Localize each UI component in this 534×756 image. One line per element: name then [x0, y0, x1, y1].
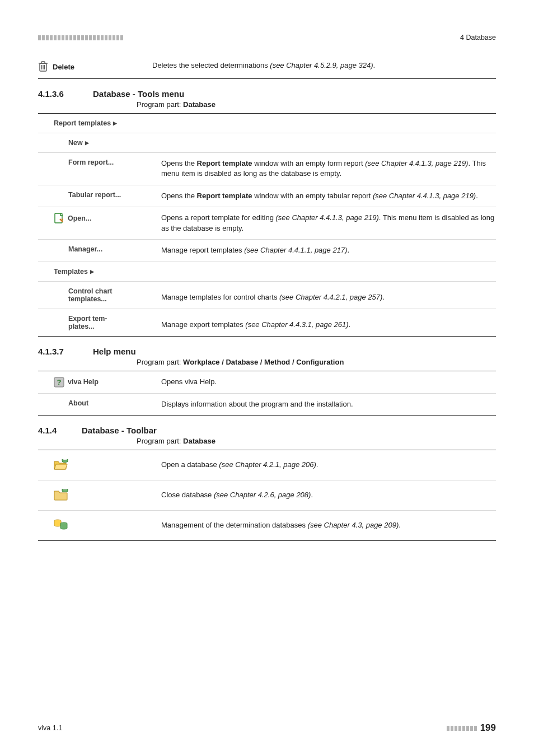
header-chapter: 4 Database: [460, 34, 496, 41]
toolbar-manage-desc: Management of the determination database…: [161, 520, 496, 530]
help-icon: ?: [54, 377, 64, 388]
toolbar-open-desc: Open a database (see Chapter 4.2.1, page…: [161, 460, 496, 470]
form-report-label: Form report...: [38, 158, 161, 166]
document-open-icon: [54, 213, 64, 223]
program-part-4136: Program part: Database: [137, 100, 496, 109]
toolbar-close-desc: Close database (see Chapter 4.2.6, page …: [161, 490, 496, 500]
manager-label: Manager...: [38, 245, 161, 253]
export-templates-desc: Manage export templates (see Chapter 4.4…: [161, 320, 496, 330]
section-4136-heading: 4.1.3.6Database - Tools menu: [38, 89, 496, 99]
manager-desc: Manage report templates (see Chapter 4.4…: [161, 245, 496, 255]
svg-text:?: ?: [57, 378, 62, 386]
header-ticks: [38, 35, 123, 40]
tabular-report-label: Tabular report...: [38, 191, 161, 199]
footer-product: viva 1.1: [38, 724, 62, 732]
export-templates-label: Export tem-plates...: [38, 315, 161, 330]
footer-ticks: [447, 726, 477, 731]
delete-row: Delete Deletes the selected determinatio…: [38, 60, 496, 79]
report-templates-label: Report templates▶: [38, 119, 161, 127]
page-header: 4 Database: [38, 34, 496, 41]
control-chart-templates-desc: Manage templates for control charts (see…: [161, 292, 496, 302]
program-part-414: Program part: Database: [137, 437, 496, 445]
program-part-4137: Program part: Workplace / Database / Met…: [137, 358, 496, 366]
help-menu-table: ? viva Help Opens viva Help. About Displ…: [38, 371, 496, 416]
section-414-heading: 4.1.4Database - Toolbar: [38, 426, 496, 435]
new-label: New▶: [38, 139, 161, 147]
about-label: About: [38, 399, 161, 407]
database-management-icon: [54, 519, 68, 531]
page-number: 199: [480, 722, 496, 734]
open-database-icon: [54, 458, 68, 470]
delete-label: Delete: [53, 63, 74, 71]
viva-help-label: ? viva Help: [38, 377, 161, 388]
open-desc: Opens a report template for editing (see…: [161, 213, 496, 234]
form-report-desc: Opens the Report template window with an…: [161, 158, 496, 179]
page-footer: viva 1.1 199: [38, 722, 496, 734]
tools-menu-table: Report templates▶ New▶ Form report... Op…: [38, 113, 496, 337]
templates-label: Templates▶: [38, 268, 161, 276]
close-database-icon: [54, 488, 68, 501]
about-desc: Displays information about the program a…: [161, 399, 496, 409]
svg-rect-1: [55, 213, 62, 223]
trash-icon: [38, 60, 48, 73]
control-chart-templates-label: Control charttemplates...: [38, 287, 161, 303]
open-label: Open...: [38, 213, 161, 223]
section-4137-heading: 4.1.3.7Help menu: [38, 347, 496, 356]
toolbar-table: Open a database (see Chapter 4.2.1, page…: [38, 450, 496, 541]
delete-desc: Deletes the selected determinations (see…: [152, 60, 496, 71]
viva-help-desc: Opens viva Help.: [161, 377, 496, 387]
tabular-report-desc: Opens the Report template window with an…: [161, 191, 496, 201]
